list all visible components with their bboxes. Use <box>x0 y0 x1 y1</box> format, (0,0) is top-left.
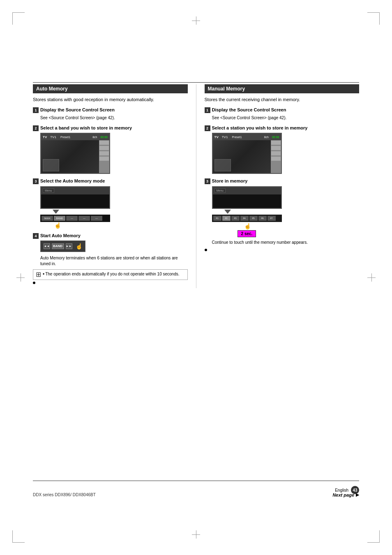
step-2-right-tv-screen: TV TV1 Preset1 8ch 00:00 <box>212 133 360 174</box>
crosshair-left <box>16 273 25 282</box>
band-label: BAND <box>52 243 64 249</box>
tv-controls-right: ◄◄ BAND ►► ☝ <box>213 173 281 174</box>
menu-item-band[interactable]: BAND <box>54 216 65 221</box>
tv-thumbnail-right <box>214 159 231 171</box>
bullet-icon: • <box>43 271 44 277</box>
strip-item-1 <box>99 141 109 145</box>
step-3-right-text: Store in memory <box>212 178 248 184</box>
step-3-left: 3 Select the Auto Memory mode Menu <box>33 178 188 228</box>
auto-memory-intro: Stores stations with good reception in m… <box>33 97 188 103</box>
note-content: • The operation ends automatically if yo… <box>43 271 180 277</box>
top-divider <box>33 82 359 83</box>
columns-layout: Auto Memory Stores stations with good re… <box>33 84 359 288</box>
auto-memory-title: Auto Memory <box>36 86 68 92</box>
bottom-divider <box>33 481 359 481</box>
tv-main-area <box>41 140 99 173</box>
touch-icon-step3: ☝ <box>54 222 61 229</box>
preset-btn-6[interactable]: P6 <box>258 216 267 221</box>
manual-memory-header: Manual Memory <box>205 84 360 93</box>
page-indicator: English 43 <box>335 486 359 494</box>
step-2-right: 2 Select a station you wish to store in … <box>205 125 360 174</box>
note-icon: ⊞ <box>36 271 41 278</box>
step-2-right-text: Select a station you wish to store in me… <box>212 125 308 131</box>
auto-memory-header: Auto Memory <box>33 84 188 93</box>
manual-memory-intro: Stores the current receiving channel in … <box>205 97 360 103</box>
step-2-right-label: 2 Select a station you wish to store in … <box>205 125 360 131</box>
tv-channel-right: TV1 <box>222 135 228 139</box>
menu-items-row: SEEK BAND --- --- --- <box>40 215 110 222</box>
touch-band: ☝ <box>76 243 83 250</box>
corner-mark-bl <box>12 530 25 543</box>
store-touch-area: ☝ 2 sec. <box>212 223 282 237</box>
preset-btn-3[interactable]: P3 <box>231 216 240 221</box>
tv-time-right: 00:00 <box>272 136 279 139</box>
step-3-menu-screen: Menu SEEK BAND --- --- --- <box>40 186 188 229</box>
step-2-tv-screen: TV TV1 Preset1 8ch 00:00 <box>40 133 188 174</box>
step-2-label: 2 Select a band you wish to store in mem… <box>33 125 188 131</box>
preset-btn-2[interactable]: P2 <box>222 216 231 221</box>
tv-top-bar: TV TV1 Preset1 8ch 00:00 <box>41 134 109 140</box>
step-1-right-number: 1 <box>205 107 210 113</box>
step-4-left: 4 Start Auto Memory ◄◄ BAND ►► ☝ Auto Me… <box>33 233 188 284</box>
tv-controls: ◄◄ BAND ►► ☝ <box>41 173 109 174</box>
step-1-right: 1 Display the Source Control Screen See … <box>205 107 360 120</box>
menu-item-seek[interactable]: SEEK <box>42 216 53 221</box>
step-4-text: Start Auto Memory <box>40 233 81 239</box>
step-3-label: 3 Select the Auto Memory mode <box>33 178 188 184</box>
tv-preset-label-right: Preset1 <box>232 136 242 139</box>
step-3-right-number: 3 <box>205 178 210 184</box>
tv-channel: TV1 <box>50 135 56 139</box>
manual-memory-column: Manual Memory Stores the current receivi… <box>196 84 360 288</box>
store-menu-btn[interactable]: Menu <box>214 188 226 193</box>
band-prev[interactable]: ◄◄ <box>44 243 50 249</box>
corner-mark-tl <box>12 12 25 25</box>
note-bullet-row: • The operation ends automatically if yo… <box>43 271 180 277</box>
page-number-badge: 43 <box>351 486 359 494</box>
step-3-number: 3 <box>33 178 39 184</box>
preset-btn-7[interactable]: P7 <box>267 216 276 221</box>
step-3-text: Select the Auto Memory mode <box>40 178 105 184</box>
step-3-right: 3 Store in memory Menu <box>205 178 360 251</box>
language-label: English <box>335 488 348 493</box>
tv-ch: 8ch <box>92 136 97 139</box>
store-screen-wrapper: Menu P1 P2 P3 P4 P5 <box>212 186 360 245</box>
menu-btn-step3[interactable]: Menu <box>43 188 54 193</box>
note-text: The operation ends automatically if you … <box>45 271 179 277</box>
two-sec-badge: 2 sec. <box>238 230 256 237</box>
preset-bar: P1 P2 P3 P4 P5 P6 P7 <box>212 215 282 222</box>
tv-thumbnail <box>43 159 59 171</box>
crosshair-bottom <box>192 530 200 539</box>
tv-body <box>41 140 109 173</box>
step-4-note: Auto Memory terminates when 6 stations a… <box>40 255 188 267</box>
tv-body-right <box>213 140 281 173</box>
step-3-right-label: 3 Store in memory <box>205 178 360 184</box>
step-1-right-label: 1 Display the Source Control Screen <box>205 107 360 113</box>
menu-item-1[interactable]: --- <box>66 216 78 221</box>
preset-btn-5[interactable]: P5 <box>249 216 258 221</box>
tv-display-left: TV TV1 Preset1 8ch 00:00 <box>40 133 110 174</box>
step-2-number: 2 <box>33 125 39 131</box>
auto-memory-column: Auto Memory Stores stations with good re… <box>33 84 196 288</box>
section-end-dot-right <box>205 249 207 251</box>
band-control: ◄◄ BAND ►► ☝ <box>40 240 85 252</box>
preset-btn-1[interactable]: P1 <box>213 216 221 221</box>
menu-item-2[interactable]: --- <box>78 216 90 221</box>
tv-label-right: TV <box>214 135 219 139</box>
manual-memory-title: Manual Memory <box>208 86 245 92</box>
preset-btn-4[interactable]: P4 <box>240 216 249 221</box>
tv-time: 00:00 <box>100 136 108 139</box>
touch-store: ☝ <box>244 223 251 229</box>
tv-ch-right: 8ch <box>264 136 269 139</box>
store-arrow-down <box>224 210 231 214</box>
band-next[interactable]: ►► <box>66 243 72 249</box>
strip-item-r2 <box>271 146 281 150</box>
strip-item-r3 <box>271 151 281 155</box>
tv-channel-strip-right <box>271 140 281 173</box>
tv-display-right: TV TV1 Preset1 8ch 00:00 <box>212 133 282 174</box>
tv-label: TV <box>43 135 47 139</box>
menu-content <box>43 199 44 203</box>
menu-item-3[interactable]: --- <box>91 216 102 221</box>
continue-text: Continue to touch until the memory numbe… <box>212 240 360 245</box>
store-menu-content <box>214 199 215 203</box>
tv-preset-label: Preset1 <box>60 136 70 139</box>
